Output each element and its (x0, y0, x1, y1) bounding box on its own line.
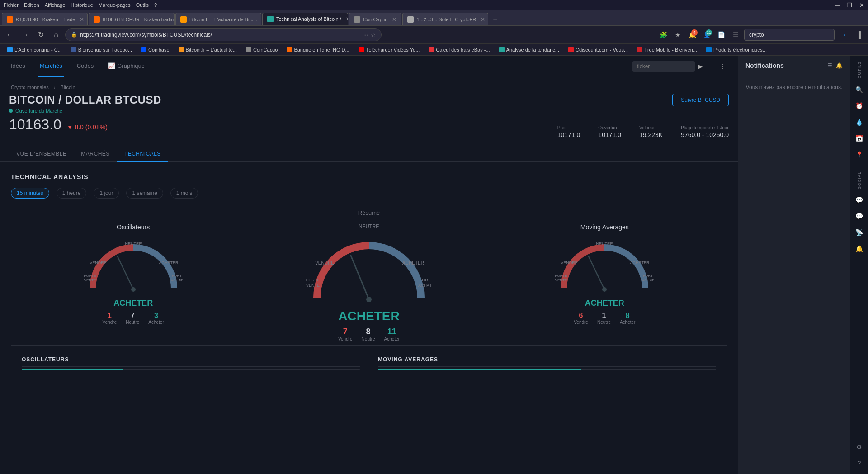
tab-close-icon[interactable]: ✕ (481, 16, 485, 23)
bookmark-youtube[interactable]: Télécharger Vidéos Yo... (355, 46, 424, 53)
tv-content: Idées Marchés Codes 📈 Graphique ▶ ⋮ Cryp… (0, 56, 738, 474)
url-action-dots[interactable]: ··· (363, 32, 368, 38)
titlebar: Fichier Edition Affichage Historique Mar… (0, 0, 868, 10)
bookmark-ebay[interactable]: Calcul des frais eBay -... (425, 46, 493, 53)
follow-button[interactable]: Suivre BTCUSD (672, 94, 729, 106)
tool-alarm-btn[interactable]: ⏰ (852, 99, 867, 113)
resume-sell-count: 7 Vendre (338, 327, 353, 341)
svg-text:VENDRE: VENDRE (315, 261, 334, 265)
tab-close-icon[interactable]: ✕ (392, 16, 396, 23)
social-label: SOCIAL (857, 170, 862, 191)
bookmark-analyse[interactable]: Analyse de la tendanc... (495, 46, 563, 53)
menu-edition[interactable]: Edition (24, 2, 39, 8)
menu-historique[interactable]: Historique (71, 2, 93, 8)
price-stat-volume: Volume 19.223K (639, 125, 663, 138)
svg-text:VENTE: VENTE (555, 278, 567, 282)
social-chat-btn[interactable]: 💬 (852, 193, 867, 207)
moving-averages-title: Moving Averages (580, 223, 629, 231)
bookmark-actu[interactable]: L'Act en continu - C... (4, 46, 66, 53)
tab-cryptofr[interactable]: 1...2...3... Soleil | CryptoFR ✕ (402, 13, 488, 25)
tab-close-icon[interactable]: ✕ (346, 16, 348, 22)
extensions-icon[interactable]: 🧩 (657, 29, 669, 41)
tab-close-icon[interactable]: ✕ (80, 16, 84, 23)
bookmark-free[interactable]: Free Mobile - Bienven... (633, 46, 701, 53)
moving-averages-gauge: NEUTRE VENDRE ACHETER FORTE VENTE FORT A… (555, 236, 654, 295)
social-broadcast-btn[interactable]: 📡 (852, 225, 867, 240)
bookmark-electronics[interactable]: Produits électroniques... (703, 46, 770, 53)
bottom-sections: OSCILLATEURS MOVING AVERAGES (11, 345, 727, 381)
notification-badge: 4 (691, 29, 698, 36)
tool-pin-btn[interactable]: 📍 (852, 147, 867, 162)
notifications-icon[interactable]: 🔔 4 (686, 29, 698, 41)
price-change: ▼ 8.0 (0.08%) (67, 123, 108, 131)
menu-marque-pages[interactable]: Marque-pages (99, 2, 131, 8)
topnav-more-icon[interactable]: ⋮ (717, 61, 729, 72)
bookmark-coinbase[interactable]: Coinbase (137, 46, 173, 53)
ticker-input[interactable] (632, 61, 695, 72)
tool-help-btn[interactable]: ? (852, 456, 867, 470)
breadcrumb-parent[interactable]: Crypto-monnaies (11, 85, 49, 90)
tools-label: OUTILS (857, 59, 862, 81)
tab-technical-analysis[interactable]: Technical Analysis of Bitcoin / ✕ (262, 13, 348, 25)
tf-1jour[interactable]: 1 jour (94, 188, 119, 199)
bookmark-ing[interactable]: Banque en ligne ING D... (283, 46, 353, 53)
reload-button[interactable]: ↻ (34, 28, 47, 41)
notifications-bell-icon[interactable]: 🔔 (836, 62, 843, 69)
bookmarks-icon[interactable]: ★ (672, 29, 684, 41)
reader-mode-icon[interactable]: 📄 (715, 29, 727, 41)
menu-outils[interactable]: Outils (136, 2, 149, 8)
svg-point-18 (602, 287, 607, 292)
tf-1mois[interactable]: 1 mois (170, 188, 198, 199)
menu-affichage[interactable]: Affichage (45, 2, 66, 8)
tool-search-btn[interactable]: 🔍 (852, 82, 867, 97)
bookmark-cdiscount[interactable]: Cdiscount.com - Vous... (565, 46, 632, 53)
tf-1semaine[interactable]: 1 semaine (126, 188, 163, 199)
social-bell-btn[interactable]: 🔔 (852, 242, 867, 256)
accounts-icon[interactable]: 👤 11 (701, 29, 712, 41)
svg-point-1 (131, 287, 136, 292)
tab-marches[interactable]: MARCHÉS (74, 146, 117, 162)
bookmark-bitcoinfr[interactable]: Bitcoin.fr – L'actualité... (175, 46, 241, 53)
win-minimize-button[interactable]: ─ (835, 2, 840, 9)
sidebar-toggle-icon[interactable]: ▐ (853, 29, 864, 41)
oscillateurs-section: OSCILLATEURS (22, 356, 360, 370)
tf-15min[interactable]: 15 minutes (11, 188, 49, 199)
url-text[interactable]: https://fr.tradingview.com/symbols/BTCUS… (80, 32, 361, 38)
tab-vue-ensemble[interactable]: VUE D'ENSEMBLE (9, 146, 74, 162)
tf-1heure[interactable]: 1 heure (57, 188, 87, 199)
tv-tab-idees[interactable]: Idées (9, 56, 27, 77)
tab-technicals[interactable]: TECHNICALS (117, 146, 168, 162)
tab-bitcoinfr[interactable]: Bitcoin.fr – L'actualité de Bitc... ✕ (175, 13, 261, 25)
tv-tab-graphique[interactable]: 📈 Graphique (106, 56, 146, 77)
url-box[interactable]: 🔒 https://fr.tradingview.com/symbols/BTC… (65, 28, 382, 41)
social-chat2-btn[interactable]: 💬 (852, 209, 867, 223)
tool-settings-btn[interactable]: ⚙ (852, 440, 867, 454)
oscillateurs-buy-count: 3 Acheter (148, 312, 164, 325)
tool-calendar-btn[interactable]: 📅 (852, 131, 867, 146)
tab-coincap[interactable]: CoinCap.io ✕ (349, 13, 401, 25)
menu-help[interactable]: ? (154, 2, 157, 8)
win-close-button[interactable]: ✕ (859, 2, 864, 9)
menu-fichier[interactable]: Fichier (4, 2, 19, 8)
home-button[interactable]: ⌂ (50, 28, 62, 41)
breadcrumb-child[interactable]: Bitcoin (61, 85, 75, 90)
tool-drop-btn[interactable]: 💧 (852, 115, 867, 129)
win-maximize-button[interactable]: ❐ (847, 2, 852, 9)
breadcrumb: Crypto-monnaies › Bitcoin (9, 85, 729, 90)
tab-kraken-trade[interactable]: €8,078.90 - Kraken - Trade ✕ (2, 13, 88, 25)
menu-icon[interactable]: ☰ (730, 29, 741, 41)
tab-kraken-btceur[interactable]: 8108.6 BTCEUR - Kraken tradin... ✕ (89, 13, 175, 25)
tv-tab-marches[interactable]: Marchés (38, 56, 64, 77)
new-tab-button[interactable]: + (489, 14, 500, 25)
search-input[interactable] (744, 29, 835, 41)
bookmark-coincap[interactable]: CoinCap.io (242, 46, 281, 53)
ticker-search-icon[interactable]: ▶ (698, 63, 703, 70)
search-go-button[interactable]: → (837, 28, 850, 41)
notifications-list-icon[interactable]: ☰ (827, 62, 832, 69)
url-bookmark-icon[interactable]: ☆ (371, 32, 376, 38)
forward-button[interactable]: → (19, 28, 32, 41)
bookmark-facebook[interactable]: Bienvenue sur Facebo... (67, 46, 136, 53)
svg-text:ACHETER: ACHETER (630, 261, 650, 265)
back-button[interactable]: ← (4, 28, 16, 41)
tv-tab-codes[interactable]: Codes (75, 56, 96, 77)
